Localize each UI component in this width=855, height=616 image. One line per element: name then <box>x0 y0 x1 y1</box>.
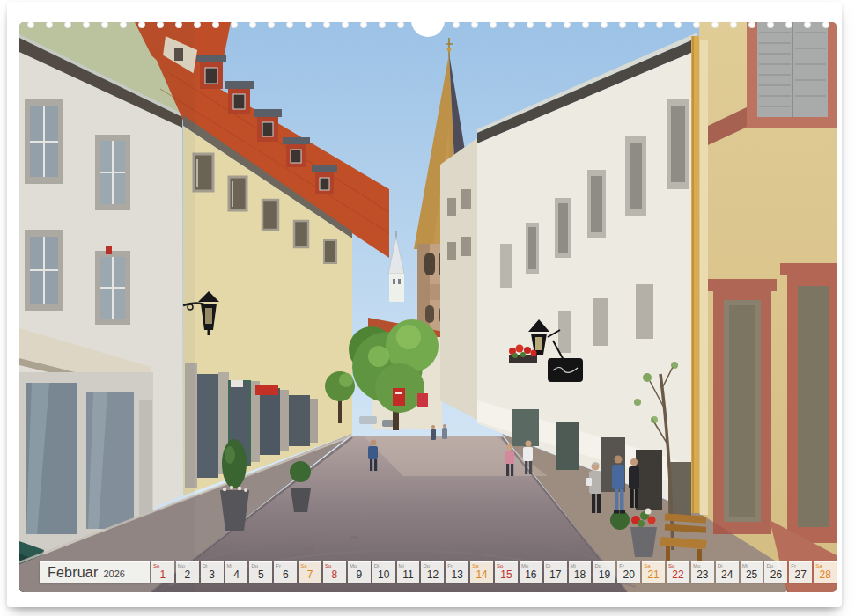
year-label: 2026 <box>103 568 124 579</box>
calendar-day-cell: Fr 6 <box>274 561 297 583</box>
day-num: 18 <box>569 568 592 581</box>
calendar-day-cell: Mi 25 <box>741 561 763 583</box>
calendar-day-cell: Sa 21 <box>642 561 665 583</box>
day-num: 7 <box>299 568 321 581</box>
month-name: Februar <box>48 565 98 581</box>
calendar-day-cell: So 22 <box>667 561 689 583</box>
day-num: 9 <box>348 568 371 581</box>
day-num: 21 <box>642 568 665 581</box>
day-num: 24 <box>716 568 739 581</box>
day-num: 25 <box>741 568 763 581</box>
calendar-day-cell: So 8 <box>323 561 346 583</box>
calendar-day-cell: Mo 23 <box>691 561 714 583</box>
calendar-day-cell: So 1 <box>151 561 174 583</box>
month-label-box: Februar 2026 <box>40 561 150 583</box>
day-num: 15 <box>495 568 518 581</box>
day-num: 17 <box>544 568 567 581</box>
calendar-day-cell: Di 24 <box>716 561 739 583</box>
calendar-day-cell: Sa 14 <box>470 561 493 583</box>
calendar-day-cell: Fr 13 <box>446 561 468 583</box>
day-num: 1 <box>151 568 174 581</box>
calendar-photo: Februar 2026 So 1 Mo 2 Di 3 Mi 4 Do 5 Fr… <box>19 22 837 592</box>
day-num: 10 <box>372 568 395 581</box>
calendar-day-cell: Mi 11 <box>397 561 420 583</box>
day-num: 6 <box>274 568 297 581</box>
street-scene-illustration <box>19 22 837 592</box>
product-mockup: Februar 2026 So 1 Mo 2 Di 3 Mi 4 Do 5 Fr… <box>0 0 855 616</box>
day-num: 14 <box>470 568 493 581</box>
day-num: 13 <box>446 568 468 581</box>
day-num: 19 <box>593 568 615 581</box>
day-num: 11 <box>397 568 420 581</box>
day-num: 3 <box>201 568 224 581</box>
calendar-day-cell: So 15 <box>495 561 518 583</box>
day-num: 22 <box>667 568 689 581</box>
day-num: 4 <box>225 568 248 581</box>
calendar-day-cell: Do 26 <box>764 561 787 583</box>
day-num: 12 <box>421 568 444 581</box>
day-num: 26 <box>764 568 787 581</box>
calendar-strip: Februar 2026 So 1 Mo 2 Di 3 Mi 4 Do 5 Fr… <box>40 561 837 583</box>
calendar-day-cell: Do 19 <box>593 561 615 583</box>
calendar-day-cell: Fr 27 <box>789 561 812 583</box>
calendar-day-cell: Do 5 <box>249 561 272 583</box>
day-num: 16 <box>520 568 542 581</box>
calendar-day-cell: Mi 4 <box>225 561 248 583</box>
calendar-day-cell: Sa 7 <box>299 561 321 583</box>
day-num: 23 <box>691 568 714 581</box>
calendar-day-cell: Di 17 <box>544 561 567 583</box>
calendar-day-cell: Mo 2 <box>176 561 199 583</box>
calendar-day-cell: Do 12 <box>421 561 444 583</box>
calendar-days-row: So 1 Mo 2 Di 3 Mi 4 Do 5 Fr 6 Sa 7 So 8 … <box>151 561 837 583</box>
day-num: 28 <box>814 568 837 581</box>
calendar-day-cell: Di 3 <box>201 561 224 583</box>
calendar-day-cell: Mi 18 <box>569 561 592 583</box>
day-num: 8 <box>323 568 346 581</box>
calendar-sheet: Februar 2026 So 1 Mo 2 Di 3 Mi 4 Do 5 Fr… <box>7 2 842 607</box>
calendar-day-cell: Mo 16 <box>520 561 542 583</box>
day-num: 2 <box>176 568 199 581</box>
day-num: 27 <box>789 568 812 581</box>
day-num: 5 <box>249 568 272 581</box>
calendar-day-cell: Fr 20 <box>617 561 640 583</box>
day-num: 20 <box>617 568 640 581</box>
calendar-day-cell: Sa 28 <box>814 561 837 583</box>
calendar-day-cell: Mo 9 <box>348 561 371 583</box>
calendar-day-cell: Di 10 <box>372 561 395 583</box>
